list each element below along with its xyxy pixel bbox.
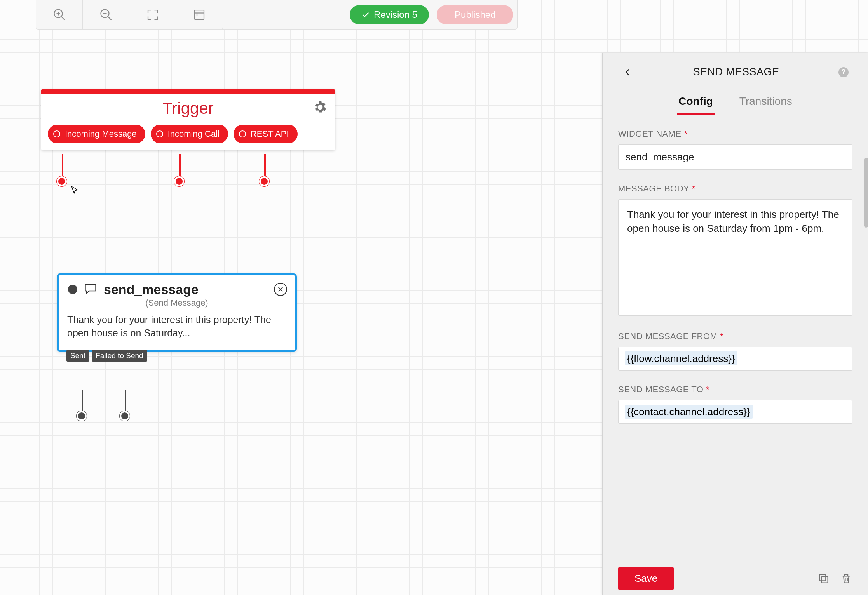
widget-name-input[interactable]: [618, 144, 852, 170]
tab-config[interactable]: Config: [677, 91, 715, 115]
publish-label: Published: [455, 9, 495, 20]
connector-line: [82, 390, 83, 413]
label-send-to: SEND MESSAGE TO *: [618, 384, 852, 395]
connector-handle[interactable]: [120, 411, 130, 421]
toolbar-extension: [221, 0, 354, 30]
trigger-incoming-message[interactable]: Incoming Message: [48, 125, 145, 143]
connector-handle[interactable]: [57, 176, 67, 186]
node-title: send_message: [104, 282, 199, 297]
revision-pill[interactable]: Revision 5: [350, 5, 429, 24]
chevron-left-icon: [624, 68, 632, 77]
panel-help-button[interactable]: ?: [838, 67, 849, 77]
svg-line-5: [108, 16, 111, 20]
node-body-preview: Thank you for your interest in this prop…: [59, 308, 295, 350]
trigger-pill-label: Incoming Message: [65, 129, 137, 139]
trigger-accent-bar: [41, 89, 335, 94]
canvas-toolbar: [36, 0, 223, 30]
node-transition-row: Sent Failed to Send: [66, 350, 147, 362]
node-drag-handle[interactable]: [68, 285, 77, 294]
panel-scrollbar[interactable]: [864, 158, 868, 228]
duplicate-button[interactable]: [817, 572, 830, 585]
label-message-body: MESSAGE BODY *: [618, 184, 852, 194]
label-widget-name: WIDGET NAME *: [618, 129, 852, 139]
zoom-in-icon: [52, 8, 66, 22]
panel-title: SEND MESSAGE: [634, 66, 838, 78]
library-button[interactable]: [176, 0, 223, 29]
trigger-title: Trigger: [162, 99, 213, 118]
token-value: {{flow.channel.address}}: [625, 351, 737, 365]
save-button[interactable]: Save: [618, 567, 674, 590]
gear-icon: [313, 100, 328, 115]
send-message-node[interactable]: send_message (Send Message) Thank you fo…: [57, 273, 297, 352]
node-delete-button[interactable]: [274, 283, 287, 296]
connector-ring-icon: [156, 130, 163, 137]
token-value: {{contact.channel.address}}: [625, 405, 753, 419]
zoom-in-button[interactable]: [36, 0, 83, 29]
transition-failed[interactable]: Failed to Send: [92, 350, 147, 362]
trigger-pill-label: REST API: [251, 129, 289, 139]
zoom-out-button[interactable]: [83, 0, 129, 29]
close-icon: [277, 286, 284, 293]
trigger-settings-button[interactable]: [313, 100, 328, 116]
connector-ring-icon: [239, 130, 246, 137]
status-pill-group: Revision 5 Published: [350, 0, 518, 30]
trigger-rest-api[interactable]: REST API: [234, 125, 298, 143]
message-body-input[interactable]: [618, 199, 852, 316]
connector-handle[interactable]: [77, 411, 87, 421]
node-subtitle: (Send Message): [59, 298, 295, 308]
label-send-from: SEND MESSAGE FROM *: [618, 331, 852, 341]
connector-line: [62, 154, 63, 179]
fullscreen-icon: [146, 8, 160, 22]
send-from-input[interactable]: {{flow.channel.address}}: [618, 347, 852, 371]
connector-handle[interactable]: [259, 176, 269, 186]
revision-label: Revision 5: [374, 9, 417, 20]
publish-button[interactable]: Published: [437, 5, 513, 24]
panel-back-button[interactable]: [622, 66, 634, 78]
svg-rect-7: [195, 10, 204, 19]
connector-line: [179, 154, 181, 179]
trigger-node[interactable]: Trigger Incoming Message Incoming Call R…: [41, 89, 335, 150]
trigger-incoming-call[interactable]: Incoming Call: [151, 125, 228, 143]
svg-rect-13: [819, 574, 826, 581]
tab-transitions[interactable]: Transitions: [738, 91, 794, 115]
fit-screen-button[interactable]: [129, 0, 176, 29]
trash-icon: [840, 572, 852, 585]
svg-rect-12: [822, 576, 828, 583]
svg-line-1: [61, 16, 64, 20]
connector-line: [264, 154, 266, 179]
connector-ring-icon: [53, 130, 60, 137]
panel-tabs: Config Transitions: [618, 91, 852, 115]
cursor-icon: [70, 186, 80, 197]
delete-button[interactable]: [840, 572, 852, 585]
panel-footer: Save: [603, 562, 868, 595]
message-icon: [84, 282, 98, 297]
zoom-out-icon: [99, 8, 113, 22]
check-icon: [361, 10, 370, 19]
panel-icon: [192, 8, 206, 22]
connector-line: [125, 390, 126, 413]
config-panel: SEND MESSAGE ? Config Transitions WIDGET…: [602, 53, 868, 595]
copy-icon: [817, 572, 830, 585]
send-to-input[interactable]: {{contact.channel.address}}: [618, 400, 852, 424]
trigger-transition-row: Incoming Message Incoming Call REST API: [41, 125, 335, 150]
transition-sent[interactable]: Sent: [66, 350, 89, 362]
trigger-pill-label: Incoming Call: [168, 129, 220, 139]
connector-handle[interactable]: [174, 176, 184, 186]
